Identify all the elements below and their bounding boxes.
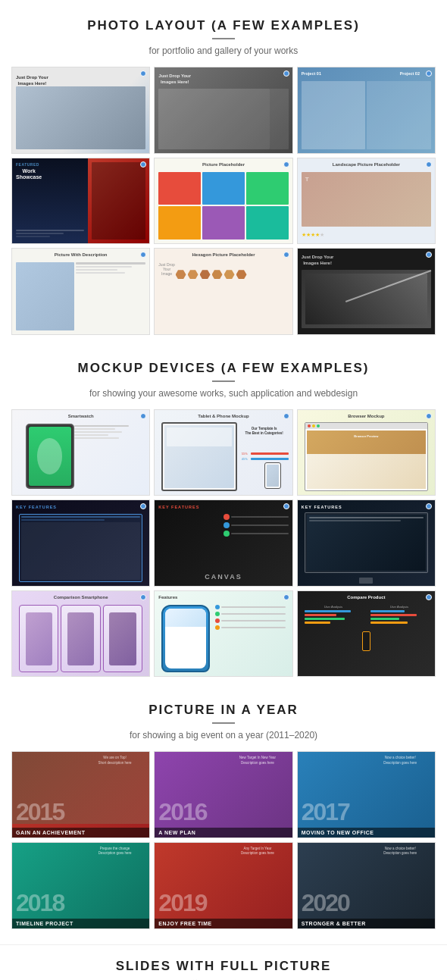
mock2-dot [283,413,289,419]
mock7-phones [19,605,142,673]
mock8-phone [161,605,209,673]
mock4-tablet [19,514,142,582]
photo-thumb-4[interactable]: FEATURED WorkShowcase [11,158,150,245]
year-divider [212,722,235,724]
photo5-label: Picture Placeholder [155,162,292,167]
mock-thumb-5[interactable]: KEY FEATURES CANVAS [154,499,292,587]
mock-thumb-1[interactable]: Smartwatch [11,409,150,496]
photo9-label: Just Drop YourImages Here! [302,255,334,267]
yr2016-num: 2016 [158,800,206,824]
photo4-dot [140,161,146,168]
mock8-dot [283,594,289,600]
year-thumb-2016[interactable]: 2016 New Target In New YearDescription g… [154,751,292,838]
photo-thumb-5[interactable]: Picture Placeholder [154,158,292,245]
year-title: PICTURE IN A YEAR [8,703,439,718]
mock3-dot [426,413,432,419]
mock5-icons [224,514,289,571]
yr2019-label: ENJOY FREE TIME [155,919,292,928]
mockup-title: MOCKUP DEVICES (A FEW EXAMPLES) [8,361,439,376]
mock6-stand [359,578,373,584]
mock9-label: Compare Product [298,595,435,600]
photo4-kf: FEATURED [16,162,39,167]
photo1-label: Just Drop YourImages Here! [16,75,48,87]
year-thumb-2015[interactable]: 2015 We are on Top!Short description her… [11,751,150,838]
photo3-proj1: Project 01 [302,71,321,76]
year-subtitle: for showing a big event on a year (2011–… [8,730,439,740]
photo7-label: Picture With Description [12,252,149,257]
mock2-pcts: 55% 45% [240,452,289,461]
yr2019-text: Any Target In YearDescription goes here [227,847,289,856]
photo1-dot [140,70,146,77]
photo-thumb-2[interactable]: Just Drop YourImages Here! [154,67,292,154]
mock-thumb-9[interactable]: Compare Product User Analysis User Analy… [297,590,436,678]
yr2020-label: STRONGER & BETTER [298,919,435,928]
photo8-label: Hexagon Picture Placeholder [155,252,292,257]
photo2-img-left [158,89,269,149]
mock1-label: Smartwatch [12,414,149,418]
mock6-monitor [305,512,428,573]
mock5-kf: KEY FEATURES [158,505,199,509]
photo5-grid [158,172,288,240]
photo-thumb-9[interactable]: Just Drop YourImages Here! [297,248,436,335]
yr2015-text: We are on Top!Short description here [84,756,146,766]
mock9-dot [426,594,432,600]
mock-thumb-3[interactable]: Browser Mockup Browser Preview [297,409,436,496]
mock-thumb-8[interactable]: Features [154,590,292,678]
mock2-text: Our Template IsThe Best in Categories! [240,427,289,436]
mockup-subtitle: for showing your awesome works, such app… [8,388,439,399]
photo-layout-divider [212,38,235,39]
photo6-stars: ★★★★★ [302,226,324,240]
year-thumb-2018[interactable]: 2018 Prepare the changeDescription goes … [11,842,150,929]
photo2-dot [283,70,289,77]
yr2015-label: GAIN AN ACHIEVEMENT [12,828,149,838]
mockup-divider [212,380,235,382]
photo2-img-right [270,89,289,149]
year-thumb-2017[interactable]: 2017 Now a choice better!Description goe… [297,751,436,838]
bottom-title: SLIDES WITH FULL PICTURE [8,959,439,974]
yr2017-text: Now a choice better!Description goes her… [369,756,431,766]
mock2-tablet [161,422,237,492]
photo5-dot [283,161,289,168]
mock-thumb-7[interactable]: Comparison Smartphone [11,590,150,678]
yr2020-num: 2020 [302,891,349,915]
mock3-label: Browser Mockup [298,414,435,418]
photo8-drop: Just DropYourImage [158,262,174,276]
photo6-img: T [302,172,431,227]
mock8-label: Features [158,595,177,600]
photo4-lines [16,230,84,237]
mock1-watch [26,424,73,490]
yr2015-num: 2015 [16,800,64,824]
photo-thumb-1[interactable]: Just Drop YourImages Here! [11,67,150,154]
mock9-col2: User Analysis [370,605,428,673]
photo-thumb-6[interactable]: Landscape Picture Placeholder T ★★★★★ [297,158,436,245]
mock3-browser: Browser Preview [305,422,428,492]
mock2-phone [264,462,281,489]
yr2017-num: 2017 [302,800,349,824]
mock-thumb-4[interactable]: KEY FEATURES [11,499,150,587]
photo4-title: WorkShowcase [16,168,42,181]
year-section: PICTURE IN A YEAR for showing a big even… [0,684,447,936]
photo2-label: Just Drop YourImages Here! [158,74,191,86]
photo4-img-box [92,162,146,240]
year-grid: 2015 We are on Top!Short description her… [8,751,439,928]
year-thumb-2019[interactable]: 2019 Any Target In YearDescription goes … [154,842,292,929]
photo-layout-title: PHOTO LAYOUT (A FEW EXAMPLES) [8,18,439,33]
mock9-col1: User Analysis [305,605,362,673]
mock4-kf: KEY FEATURES [16,505,57,509]
mock-thumb-2[interactable]: Tablet & Phone Mockup Our Template IsThe… [154,409,292,496]
mock-thumb-6[interactable]: KEY FEATURES [297,499,436,587]
photo7-content [16,262,145,330]
year-thumb-2020[interactable]: 2020 Now a choice better!Description goe… [297,842,436,929]
mock5-canvas: CANVAS [158,568,288,582]
photo-thumb-3[interactable]: Project 01 Project 02 [297,67,436,154]
photo-thumb-7[interactable]: Picture With Description [11,248,150,335]
mock4-dot [140,503,146,509]
photo-thumb-8[interactable]: Hexagon Picture Placeholder Just DropYou… [154,248,292,335]
photo3-proj2: Project 02 [400,71,420,76]
bottom-section: SLIDES WITH FULL PICTURE 关众号 / 顶尖PPT [0,944,447,980]
mock6-kf: KEY FEATURES [302,505,342,509]
yr2016-label: A NEW PLAN [155,828,292,838]
yr2016-text: New Target In New YearDescription goes h… [227,756,289,766]
photo3-imgs [302,81,431,149]
yr2018-num: 2018 [16,891,64,915]
